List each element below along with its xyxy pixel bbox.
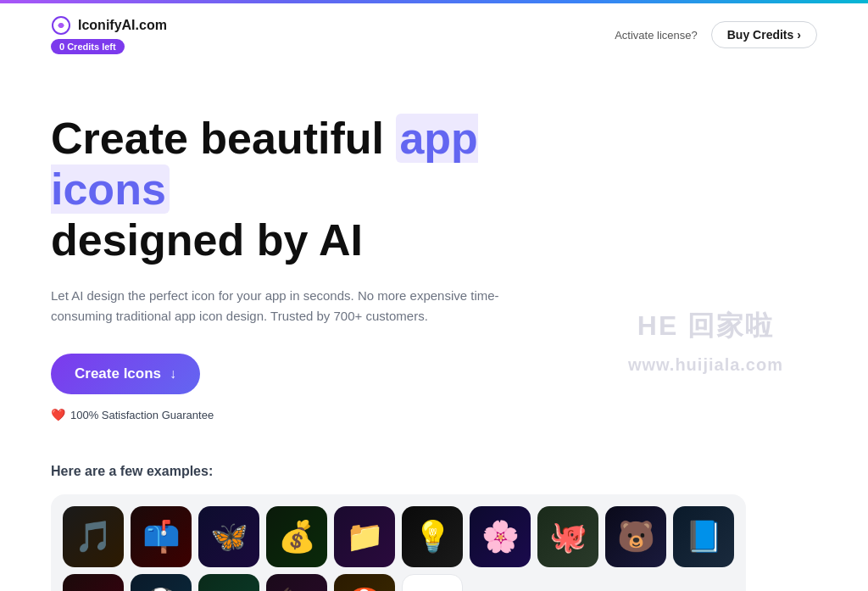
more-button[interactable]: → More (402, 574, 463, 591)
icon-dollar-book[interactable]: 💰 (266, 506, 327, 567)
satisfaction-row: ❤️ 100% Satisfaction Guarantee (51, 408, 559, 421)
watermark: HE 回家啦 www.huijiala.com (628, 309, 783, 379)
satisfaction-text: 100% Satisfaction Guarantee (70, 409, 214, 421)
icon-octopus[interactable]: 🐙 (537, 506, 598, 567)
icon-soccer[interactable]: ⚽ (131, 574, 192, 591)
icon-butterfly[interactable]: 🦋 (198, 506, 259, 567)
hero-title-part2: designed by AI (51, 215, 363, 265)
icon-music-fire[interactable]: 🎵 (63, 506, 124, 567)
icon-folder-plus[interactable]: 📁 (334, 506, 395, 567)
header-right: Activate license? Buy Credits › (615, 21, 817, 48)
activate-license-text: Activate license? (615, 29, 698, 42)
icon-wings[interactable]: 🦅 (266, 574, 327, 591)
hero-title-part1: Create beautiful (51, 114, 396, 163)
logo-icon (51, 15, 71, 36)
examples-label: Here are a few examples: (51, 464, 817, 479)
logo-row: IconifyAI.com (51, 15, 167, 36)
icon-hummingbird[interactable]: 🐦 (198, 574, 259, 591)
hero-subtitle: Let AI design the perfect icon for your … (51, 286, 542, 326)
credits-badge: 0 Credits left (51, 39, 125, 54)
icon-envelope[interactable]: ✉️ (63, 574, 124, 591)
svg-point-1 (58, 23, 64, 28)
icon-bulb[interactable]: 💡 (402, 506, 463, 567)
icon-lotus[interactable]: 🌸 (470, 506, 531, 567)
examples-section: Here are a few examples: 🎵 📫 🦋 💰 📁 💡 🌸 🐙… (0, 438, 868, 591)
icon-book-blue[interactable]: 📘 (673, 506, 734, 567)
buy-credits-button[interactable]: Buy Credits › (711, 21, 817, 48)
down-arrow-icon: ↓ (170, 366, 176, 382)
main-content: Create beautiful app icons designed by A… (0, 63, 868, 591)
heart-icon: ❤️ (51, 408, 65, 421)
hero-section: Create beautiful app icons designed by A… (0, 63, 610, 438)
icon-bear[interactable]: 🐻 (605, 506, 666, 567)
hero-title: Create beautiful app icons designed by A… (51, 114, 559, 265)
icon-mushroom[interactable]: 🍄 (334, 574, 395, 591)
examples-grid: 🎵 📫 🦋 💰 📁 💡 🌸 🐙 🐻 📘 ✉️ ⚽ 🐦 🦅 🍄 → Mor (63, 506, 734, 591)
icon-mailbox[interactable]: 📫 (131, 506, 192, 567)
logo-text: IconifyAI.com (78, 18, 167, 33)
header: IconifyAI.com 0 Credits left Activate li… (0, 3, 868, 63)
logo-area: IconifyAI.com 0 Credits left (51, 15, 167, 54)
examples-grid-wrapper: 🎵 📫 🦋 💰 📁 💡 🌸 🐙 🐻 📘 ✉️ ⚽ 🐦 🦅 🍄 → Mor (51, 494, 746, 591)
create-icons-label: Create Icons (75, 365, 161, 382)
create-icons-button[interactable]: Create Icons ↓ (51, 354, 200, 394)
arrow-icon: › (797, 28, 801, 42)
buy-credits-label: Buy Credits (727, 28, 794, 42)
